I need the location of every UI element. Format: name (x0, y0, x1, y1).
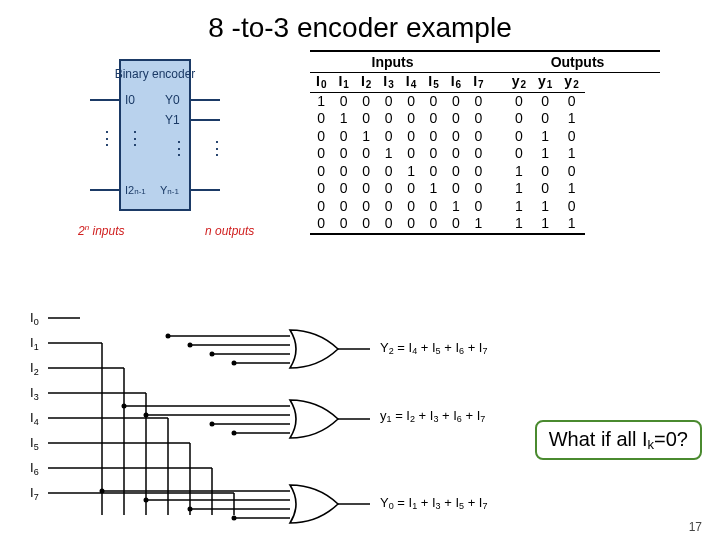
top-row: Binary encoder I0 ⋮ ⋮ I2n-1 Y0 Y1 ⋮ ⋮ Yn… (30, 50, 690, 264)
table-row: 00000010110 (310, 198, 585, 216)
col-header: I0 (310, 73, 332, 92)
encoder-block-svg: Binary encoder I0 ⋮ ⋮ I2n-1 Y0 Y1 ⋮ ⋮ Yn… (30, 50, 260, 260)
svg-point-39 (210, 422, 215, 427)
port-y1: Y1 (165, 113, 180, 127)
svg-point-48 (188, 507, 193, 512)
col-header: I1 (332, 73, 354, 92)
block-header: Binary encoder (115, 67, 196, 81)
input-label: I3 (30, 385, 39, 402)
callout-box: What if all Ik=0? (535, 420, 702, 460)
svg-text:⋮: ⋮ (170, 138, 188, 158)
col-header: y2 (506, 73, 532, 92)
col-header: I5 (422, 73, 444, 92)
input-label: I6 (30, 460, 39, 477)
svg-point-26 (166, 334, 171, 339)
col-header: y2 (558, 73, 584, 92)
page-number: 17 (689, 520, 702, 534)
page-title: 8 -to-3 encoder example (30, 12, 690, 44)
svg-text:⋮: ⋮ (126, 128, 144, 148)
inputs-group-header: Inputs (310, 52, 475, 72)
svg-point-41 (232, 431, 237, 436)
truth-table: Inputs Outputs I0I1I2I3I4I5I6I7y2y1y2 10… (310, 50, 660, 264)
input-label: I7 (30, 485, 39, 502)
table-row: 00000100101 (310, 180, 585, 198)
input-label: I2 (30, 360, 39, 377)
svg-point-44 (100, 489, 105, 494)
table-row: 00001000100 (310, 163, 585, 181)
svg-text:⋮: ⋮ (208, 138, 226, 158)
port-i0: I0 (125, 93, 135, 107)
table-row: 01000000001 (310, 110, 585, 128)
table-row: 00010000011 (310, 145, 585, 163)
slide: 8 -to-3 encoder example Binary encoder I… (0, 0, 720, 540)
port-y0: Y0 (165, 93, 180, 107)
table-row: 10000000000 (310, 92, 585, 110)
equation-y2: Y2 = I4 + I5 + I6 + I7 (380, 340, 488, 356)
svg-point-30 (210, 352, 215, 357)
col-header: I6 (445, 73, 467, 92)
table-row: 00000001111 (310, 215, 585, 234)
col-header: y1 (532, 73, 558, 92)
svg-point-35 (122, 404, 127, 409)
input-label: I1 (30, 335, 39, 352)
or-gate-schematic: I0I1I2I3I4I5I6I7 (30, 310, 590, 525)
svg-point-46 (144, 498, 149, 503)
svg-point-32 (232, 361, 237, 366)
left-note: 2n inputs (77, 223, 125, 238)
outputs-group-header: Outputs (495, 52, 660, 72)
svg-point-37 (144, 413, 149, 418)
or-gate-icon (290, 330, 338, 368)
or-gate-icon (290, 485, 338, 523)
col-header: I4 (400, 73, 422, 92)
right-note: n outputs (205, 224, 254, 238)
input-label: I0 (30, 310, 39, 327)
table-row: 00100000010 (310, 128, 585, 146)
equation-y1: y1 = I2 + I3 + I6 + I7 (380, 408, 485, 424)
or-gate-icon (290, 400, 338, 438)
svg-point-28 (188, 343, 193, 348)
input-label: I4 (30, 410, 39, 427)
input-label: I5 (30, 435, 39, 452)
svg-point-50 (232, 516, 237, 521)
equation-y0: Y0 = I1 + I3 + I5 + I7 (380, 495, 488, 511)
col-header: I3 (377, 73, 399, 92)
col-header: I2 (355, 73, 377, 92)
block-diagram: Binary encoder I0 ⋮ ⋮ I2n-1 Y0 Y1 ⋮ ⋮ Yn… (30, 50, 260, 264)
svg-text:⋮: ⋮ (98, 128, 116, 148)
col-header: I7 (467, 73, 505, 92)
